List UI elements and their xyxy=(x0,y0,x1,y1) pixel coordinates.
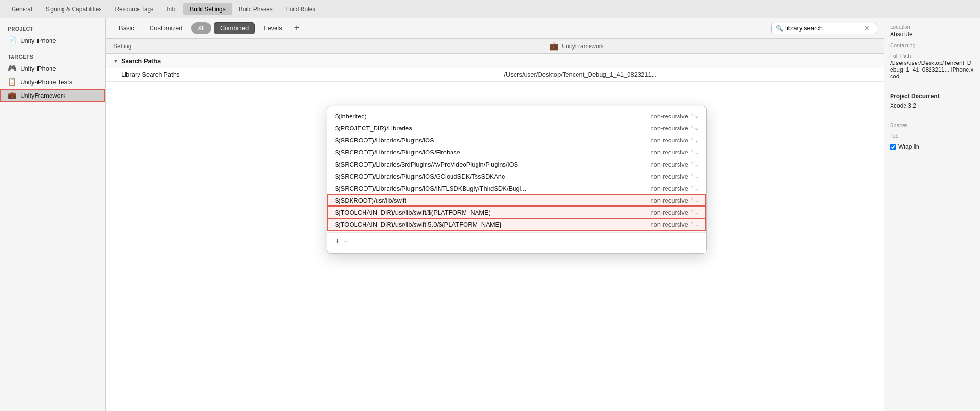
dropdown-row-4[interactable]: $(SRCROOT)/Libraries/3rdPlugins/AVProVid… xyxy=(327,158,706,170)
unity-tests-icon: 📋 xyxy=(8,77,16,86)
search-clear-button[interactable]: ✕ xyxy=(864,25,870,32)
filter-bar: Basic Customized All Combined Levels + 🔍… xyxy=(106,18,884,39)
search-paths-header[interactable]: ▼ Search Paths xyxy=(106,54,884,68)
dropdown-recursive-5: non-recursive ⌃⌄ xyxy=(617,173,699,180)
tab-build-settings[interactable]: Build Settings xyxy=(183,3,232,15)
filter-basic-button[interactable]: Basic xyxy=(113,22,140,34)
stepper-icon-1[interactable]: ⌃⌄ xyxy=(690,125,699,131)
dropdown-recursive-3: non-recursive ⌃⌄ xyxy=(617,149,699,156)
sidebar-item-unityframework[interactable]: 💼 UnityFramework xyxy=(0,89,105,102)
stepper-icon-7[interactable]: ⌃⌄ xyxy=(690,197,699,204)
search-box: 🔍 ✕ xyxy=(771,23,877,34)
library-search-paths-dropdown: $(inherited) non-recursive ⌃⌄ $(PROJECT_… xyxy=(327,106,707,254)
dropdown-path-3: $(SRCROOT)/Libraries/Plugins/iOS/Firebas… xyxy=(335,149,617,156)
tab-label: Tab xyxy=(890,133,974,139)
fullpath-value: /Users/user/Desktop/Tencent_Debug_1_41_0… xyxy=(890,60,974,80)
dropdown-recursive-6: non-recursive ⌃⌄ xyxy=(617,185,699,192)
group-chevron-icon: ▼ xyxy=(113,58,118,64)
sidebar-item-unity-iphone-project[interactable]: 📄 Unity-iPhone xyxy=(0,34,105,47)
library-search-paths-label: Library Search Paths xyxy=(121,71,285,78)
dropdown-path-9: $(TOOLCHAIN_DIR)/usr/lib/swift-5.0/$(PLA… xyxy=(335,221,617,228)
dropdown-add-button[interactable]: + xyxy=(335,237,339,245)
stepper-icon-9[interactable]: ⌃⌄ xyxy=(690,221,699,228)
spaces-row: Spaces xyxy=(890,122,974,128)
stepper-icon-5[interactable]: ⌃⌄ xyxy=(690,173,699,180)
containing-row: Containing xyxy=(890,42,974,48)
dropdown-path-2: $(SRCROOT)/Libraries/Plugins/iOS xyxy=(335,137,617,144)
project-document-section: Project Document xyxy=(890,88,974,100)
project-section-label: PROJECT xyxy=(0,24,105,34)
wrap-row: Wrap lin xyxy=(890,143,974,150)
dropdown-row-5[interactable]: $(SRCROOT)/Libraries/Plugins/iOS/GCloudS… xyxy=(327,170,706,182)
dropdown-row-0[interactable]: $(inherited) non-recursive ⌃⌄ xyxy=(327,110,706,122)
dropdown-row-3[interactable]: $(SRCROOT)/Libraries/Plugins/iOS/Firebas… xyxy=(327,146,706,158)
search-input[interactable] xyxy=(785,25,862,32)
stepper-icon-0[interactable]: ⌃⌄ xyxy=(690,113,699,119)
dropdown-path-6: $(SRCROOT)/Libraries/Plugins/iOS/INTLSDK… xyxy=(335,185,617,192)
dropdown-recursive-8: non-recursive ⌃⌄ xyxy=(617,209,699,216)
filter-add-button[interactable]: + xyxy=(291,23,302,33)
header-target-name: UnityFramework xyxy=(562,43,603,50)
stepper-icon-8[interactable]: ⌃⌄ xyxy=(690,209,699,216)
wrap-checkbox[interactable] xyxy=(890,144,896,150)
fullpath-label: Full Path xyxy=(890,53,974,59)
tab-info[interactable]: Info xyxy=(160,3,183,15)
header-target-icon: 💼 xyxy=(549,41,559,51)
filter-customized-button[interactable]: Customized xyxy=(143,22,189,34)
dropdown-path-8: $(TOOLCHAIN_DIR)/usr/lib/swift/$(PLATFOR… xyxy=(335,209,617,216)
stepper-icon-3[interactable]: ⌃⌄ xyxy=(690,149,699,155)
dropdown-recursive-0: non-recursive ⌃⌄ xyxy=(617,113,699,120)
stepper-icon-4[interactable]: ⌃⌄ xyxy=(690,161,699,167)
tab-signing[interactable]: Signing & Capabilities xyxy=(39,3,109,15)
header-target: 💼 UnityFramework xyxy=(277,41,876,51)
dropdown-row-1[interactable]: $(PROJECT_DIR)/Libraries non-recursive ⌃… xyxy=(327,122,706,134)
spaces-label: Spaces xyxy=(890,122,974,128)
group-title: Search Paths xyxy=(121,57,161,64)
search-icon: 🔍 xyxy=(776,25,783,32)
unityframework-icon: 💼 xyxy=(8,91,16,100)
search-paths-group: ▼ Search Paths Library Search Paths /Use… xyxy=(106,54,884,82)
header-setting: Setting xyxy=(113,43,277,50)
unity-iphone-target-icon: 🎮 xyxy=(8,64,16,73)
tab-build-phases[interactable]: Build Phases xyxy=(232,3,279,15)
right-panel: Location Absolute Containing Full Path /… xyxy=(884,18,980,411)
dropdown-remove-button[interactable]: − xyxy=(343,237,348,245)
dropdown-path-5: $(SRCROOT)/Libraries/Plugins/iOS/GCloudS… xyxy=(335,173,617,180)
filter-levels-button[interactable]: Levels xyxy=(258,22,289,34)
stepper-icon-2[interactable]: ⌃⌄ xyxy=(690,137,699,143)
stepper-icon-6[interactable]: ⌃⌄ xyxy=(690,185,699,192)
filter-all-button[interactable]: All xyxy=(191,22,211,34)
dropdown-row-2[interactable]: $(SRCROOT)/Libraries/Plugins/iOS non-rec… xyxy=(327,134,706,146)
sidebar-item-unity-iphone-tests[interactable]: 📋 Unity-iPhone Tests xyxy=(0,75,105,89)
dropdown-row-7[interactable]: $(SDKROOT)/usr/lib/swift non-recursive ⌃… xyxy=(327,194,706,206)
dropdown-recursive-1: non-recursive ⌃⌄ xyxy=(617,125,699,132)
dropdown-path-0: $(inherited) xyxy=(335,113,617,120)
dropdown-footer: + − xyxy=(327,232,706,249)
location-value: Absolute xyxy=(890,31,974,38)
dropdown-recursive-2: non-recursive ⌃⌄ xyxy=(617,137,699,144)
sidebar: PROJECT 📄 Unity-iPhone TARGETS 🎮 Unity-i… xyxy=(0,18,106,411)
settings-header: Setting 💼 UnityFramework xyxy=(106,39,884,54)
targets-section-label: TARGETS xyxy=(0,52,105,62)
dropdown-recursive-7: non-recursive ⌃⌄ xyxy=(617,197,699,204)
dropdown-path-7: $(SDKROOT)/usr/lib/swift xyxy=(335,197,617,204)
dropdown-recursive-4: non-recursive ⌃⌄ xyxy=(617,161,699,168)
location-row: Location Absolute xyxy=(890,24,974,38)
sidebar-item-unity-iphone-target[interactable]: 🎮 Unity-iPhone xyxy=(0,62,105,75)
tab-general[interactable]: General xyxy=(5,3,39,15)
location-label: Location xyxy=(890,24,974,30)
library-search-paths-value: /Users/user/Desktop/Tencent_Debug_1_41_0… xyxy=(285,71,876,78)
dropdown-recursive-9: non-recursive ⌃⌄ xyxy=(617,221,699,228)
dropdown-path-4: $(SRCROOT)/Libraries/3rdPlugins/AVProVid… xyxy=(335,161,617,168)
dropdown-path-1: $(PROJECT_DIR)/Libraries xyxy=(335,125,617,132)
dropdown-row-9[interactable]: $(TOOLCHAIN_DIR)/usr/lib/swift-5.0/$(PLA… xyxy=(327,218,706,231)
dropdown-row-8[interactable]: $(TOOLCHAIN_DIR)/usr/lib/swift/$(PLATFOR… xyxy=(327,206,706,218)
containing-label: Containing xyxy=(890,42,974,48)
top-tabbar: General Signing & Capabilities Resource … xyxy=(0,0,980,18)
library-search-paths-row[interactable]: Library Search Paths /Users/user/Desktop… xyxy=(106,68,884,81)
filter-combined-button[interactable]: Combined xyxy=(214,22,255,34)
dropdown-row-6[interactable]: $(SRCROOT)/Libraries/Plugins/iOS/INTLSDK… xyxy=(327,182,706,194)
tab-build-rules[interactable]: Build Rules xyxy=(279,3,322,15)
xcode-version-row: Xcode 3.2 xyxy=(890,103,974,109)
tab-resource-tags[interactable]: Resource Tags xyxy=(108,3,160,15)
